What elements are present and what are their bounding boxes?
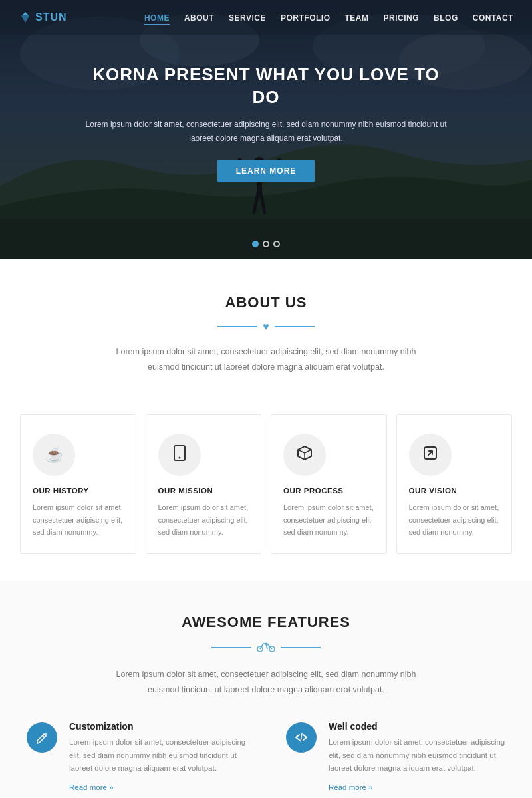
features-section: AWESOME FEATURES Lorem ipsum dolor sit a… xyxy=(0,581,532,798)
svg-point-22 xyxy=(265,643,267,645)
feature-wellcoded: Well coded Lorem ipsum dolor sit amet, c… xyxy=(286,721,505,793)
nav-item-contact[interactable]: CONTACT xyxy=(473,11,513,23)
wellcoded-content: Well coded Lorem ipsum dolor sit amet, c… xyxy=(329,721,505,793)
card-mission: OUR MISSION Lorem ipsum dolor sit amet, … xyxy=(146,414,262,554)
logo[interactable]: STUN xyxy=(19,11,67,24)
card-history-icon-wrap: ☕ xyxy=(33,434,75,476)
dot-2[interactable] xyxy=(263,241,269,247)
nav-item-about[interactable]: ABOUT xyxy=(184,11,214,23)
nav-item-blog[interactable]: BLOG xyxy=(434,11,458,23)
cards-section: ☕ OUR HISTORY Lorem ipsum dolor sit amet… xyxy=(0,394,532,581)
card-process: OUR PROCESS Lorem ipsum dolor sit amet, … xyxy=(271,414,387,554)
nav-item-pricing[interactable]: PRICING xyxy=(384,11,420,23)
wellcoded-title: Well coded xyxy=(329,721,505,732)
card-vision-title: OUR VISION xyxy=(409,487,500,495)
tablet-icon xyxy=(171,444,188,466)
coffee-icon: ☕ xyxy=(45,446,63,464)
card-mission-icon-wrap xyxy=(158,434,201,476)
feature-customization: Customization Lorem ipsum dolor sit amet… xyxy=(27,721,246,793)
card-process-title: OUR PROCESS xyxy=(283,487,374,495)
features-title: AWESOME FEATURES xyxy=(27,614,505,631)
divider-line-left xyxy=(217,326,257,327)
features-divider xyxy=(27,640,505,655)
wellcoded-icon-wrap xyxy=(286,722,317,753)
navigation: STUN HOME ABOUT SERVICE PORTFOLIO TEAM P… xyxy=(0,0,532,35)
svg-line-17 xyxy=(305,450,311,453)
hero-dots xyxy=(252,241,280,247)
card-history: ☕ OUR HISTORY Lorem ipsum dolor sit amet… xyxy=(20,414,136,554)
hero-content: KORNA PRESENT WHAT YOU LOVE TO DO Lorem … xyxy=(0,64,532,182)
card-history-title: OUR HISTORY xyxy=(33,487,124,495)
heart-icon: ♥ xyxy=(263,321,269,332)
card-history-desc: Lorem ipsum dolor sit amet, consectetuer… xyxy=(33,501,124,539)
svg-line-16 xyxy=(298,450,305,453)
arrow-icon xyxy=(422,444,439,466)
card-vision-desc: Lorem ipsum dolor sit amet, consectetuer… xyxy=(409,501,500,539)
wellcoded-desc: Lorem ipsum dolor sit amet, consectetuer… xyxy=(329,736,505,775)
nav-item-service[interactable]: SERVICE xyxy=(229,11,266,23)
nav-item-team[interactable]: TEAM xyxy=(345,11,369,23)
customization-content: Customization Lorem ipsum dolor sit amet… xyxy=(69,721,246,793)
card-mission-desc: Lorem ipsum dolor sit amet, consectetuer… xyxy=(158,501,249,539)
card-vision-icon-wrap xyxy=(409,434,452,476)
bike-icon xyxy=(257,640,275,655)
card-vision: OUR VISION Lorem ipsum dolor sit amet, c… xyxy=(396,414,513,554)
features-divider-line-left xyxy=(211,647,251,648)
about-title: ABOUT US xyxy=(27,294,505,311)
customization-link[interactable]: Read more xyxy=(69,783,113,791)
features-divider-line-right xyxy=(281,647,321,648)
customization-desc: Lorem ipsum dolor sit amet, consectetuer… xyxy=(69,736,246,775)
card-process-desc: Lorem ipsum dolor sit amet, consectetuer… xyxy=(283,501,374,539)
dot-1[interactable] xyxy=(252,241,259,247)
cube-icon xyxy=(296,444,313,466)
features-description: Lorem ipsum dolor sit amet, consectetuer… xyxy=(106,667,426,697)
nav-item-portfolio[interactable]: PORTFOLIO xyxy=(281,11,331,23)
features-grid: Customization Lorem ipsum dolor sit amet… xyxy=(27,721,505,798)
customization-icon-wrap xyxy=(27,722,57,753)
divider-line-right xyxy=(275,326,315,327)
card-process-icon-wrap xyxy=(283,434,326,476)
customization-title: Customization xyxy=(69,721,246,732)
nav-links: HOME ABOUT SERVICE PORTFOLIO TEAM PRICIN… xyxy=(144,11,513,23)
about-section: ABOUT US ♥ Lorem ipsum dolor sit amet, c… xyxy=(0,259,532,394)
logo-text: STUN xyxy=(35,11,67,23)
hero-title: KORNA PRESENT WHAT YOU LOVE TO DO xyxy=(80,64,452,109)
card-mission-title: OUR MISSION xyxy=(158,487,249,495)
learn-more-button[interactable]: LEARN MORE xyxy=(217,160,315,182)
wellcoded-link[interactable]: Read more xyxy=(329,783,372,791)
nav-item-home[interactable]: HOME xyxy=(144,11,170,23)
hero-subtitle: Lorem ipsum dolor sit amet, consectetuer… xyxy=(80,118,452,145)
hero-section: KORNA PRESENT WHAT YOU LOVE TO DO Lorem … xyxy=(0,0,532,259)
about-description: Lorem ipsum dolor sit amet, consectetuer… xyxy=(106,344,426,374)
svg-point-14 xyxy=(178,457,180,459)
about-divider: ♥ xyxy=(27,321,505,332)
dot-3[interactable] xyxy=(273,241,280,247)
